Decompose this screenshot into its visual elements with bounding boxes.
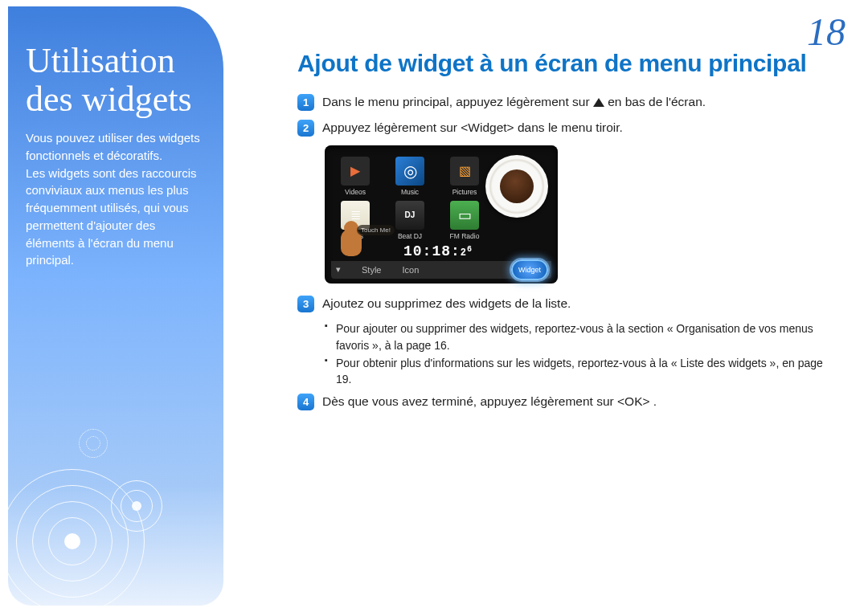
step-4: 4 Dès que vous avez terminé, appuyez lég… [297, 393, 836, 410]
app-item-music: Music [389, 157, 431, 196]
drawer-style-label: Style [362, 265, 381, 275]
step-number: 3 [297, 296, 314, 312]
step-3: 3 Ajoutez ou supprimez des widgets de la… [297, 295, 836, 312]
device-screenshot: Videos Music Pictures Texts Beat DJ FM R… [325, 145, 558, 284]
main-title: Ajout de widget à un écran de menu princ… [297, 50, 836, 77]
step-number: 4 [297, 394, 314, 410]
arrow-up-icon [593, 98, 604, 107]
clock-hhmm: 10:18: [403, 243, 461, 259]
music-icon [395, 157, 424, 186]
app-label: Pictures [452, 188, 477, 196]
app-label: Music [401, 188, 419, 196]
videos-icon [341, 157, 370, 186]
pictures-icon [450, 157, 479, 186]
sidebar-description: Vous pouvez utiliser des widgets fonctio… [26, 129, 206, 269]
drawer-icon-label: Icon [402, 265, 419, 275]
bullet-item: Pour obtenir plus d'informations sur les… [325, 355, 836, 388]
sidebar: Utilisation des widgets Vous pouvez util… [8, 6, 223, 606]
app-item-beatdj: Beat DJ [389, 201, 431, 240]
app-item-videos: Videos [334, 157, 376, 196]
app-label: Videos [345, 188, 366, 196]
fm-radio-icon [450, 201, 479, 230]
step-1: 1 Dans le menu principal, appuyez légère… [297, 93, 836, 111]
step-2: 2 Appuyez légèrement sur <Widget> dans l… [297, 119, 836, 137]
beat-dj-icon [395, 201, 424, 230]
step-number: 2 [297, 120, 314, 137]
step-text: Dans le menu principal, appuyez légèreme… [322, 93, 706, 111]
step-text-fragment: en bas de l'écran. [608, 95, 706, 108]
main-content: Ajout de widget à un écran de menu princ… [297, 50, 836, 418]
clock-widget: 10:18:26 [403, 243, 473, 259]
app-item-pictures: Pictures [444, 157, 485, 196]
bullet-item: Pour ajouter ou supprimer des widgets, r… [325, 320, 836, 353]
step-text: Appuyez légèrement sur <Widget> dans le … [322, 119, 623, 137]
coffee-widget-icon [485, 155, 548, 218]
app-label: Beat DJ [398, 232, 422, 240]
step-3-bullets: Pour ajouter ou supprimer des widgets, r… [297, 320, 836, 387]
touch-me-bubble: Touch Me! [357, 225, 395, 235]
step-number: 1 [297, 94, 314, 111]
app-item-fmradio: FM Radio [444, 201, 485, 240]
clock-sec-a: 2 [461, 247, 467, 259]
app-label: FM Radio [450, 232, 480, 240]
step-text: Ajoutez ou supprimez des widgets de la l… [322, 295, 571, 312]
step-text: Dès que vous avez terminé, appuyez légèr… [322, 393, 657, 410]
sidebar-title: Utilisation des widgets [26, 42, 206, 118]
clock-sec-b: 6 [467, 245, 473, 254]
chevron-down-icon: ▾ [336, 264, 341, 275]
decorative-circles [8, 397, 223, 606]
page-number: 18 [807, 10, 845, 54]
step-text-fragment: Dans le menu principal, appuyez légèreme… [322, 95, 593, 108]
widget-chip-highlight: Widget [511, 259, 548, 280]
